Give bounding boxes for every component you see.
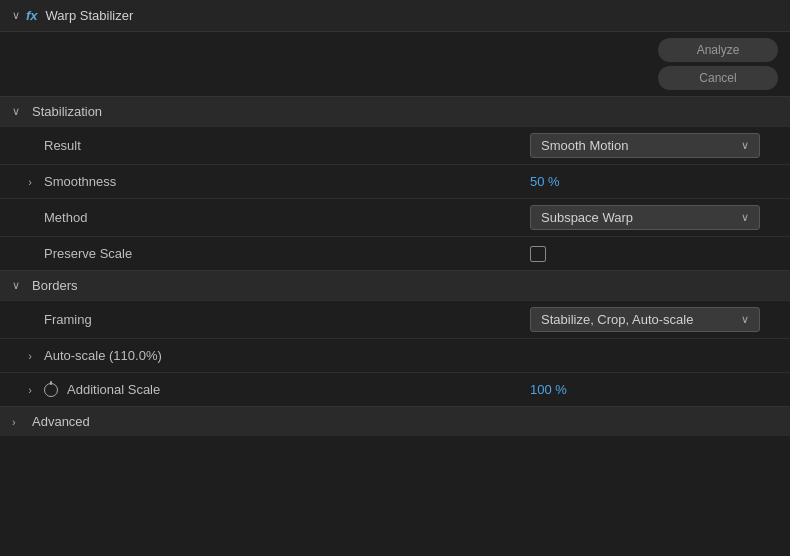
framing-label: Framing xyxy=(40,312,530,327)
borders-section-header[interactable]: ∨ Borders xyxy=(0,270,790,300)
additional-scale-expand-chevron[interactable]: › xyxy=(28,384,32,396)
method-dropdown-arrow: ∨ xyxy=(741,211,749,224)
additional-scale-row: › Additional Scale 100 % xyxy=(0,372,790,406)
autoscale-label: Auto-scale (110.0%) xyxy=(40,348,530,363)
result-dropdown-value: Smooth Motion xyxy=(541,138,628,153)
smoothness-indent[interactable]: › xyxy=(0,176,40,188)
method-dropdown-value: Subspace Warp xyxy=(541,210,633,225)
method-row: Method Subspace Warp ∨ xyxy=(0,198,790,236)
borders-collapse-chevron[interactable]: ∨ xyxy=(12,279,24,292)
preserve-scale-row: Preserve Scale xyxy=(0,236,790,270)
method-value[interactable]: Subspace Warp ∨ xyxy=(530,205,790,230)
framing-row: Framing Stabilize, Crop, Auto-scale ∨ xyxy=(0,300,790,338)
framing-dropdown-arrow: ∨ xyxy=(741,313,749,326)
result-dropdown-arrow: ∨ xyxy=(741,139,749,152)
panel-collapse-chevron[interactable]: ∨ xyxy=(12,9,20,22)
preserve-scale-value[interactable] xyxy=(530,246,790,262)
additional-scale-value[interactable]: 100 % xyxy=(530,382,567,397)
advanced-label: Advanced xyxy=(32,414,90,429)
additional-scale-indent[interactable]: › xyxy=(0,384,40,396)
advanced-expand-chevron[interactable]: › xyxy=(12,416,24,428)
stabilization-collapse-chevron[interactable]: ∨ xyxy=(12,105,24,118)
framing-dropdown[interactable]: Stabilize, Crop, Auto-scale ∨ xyxy=(530,307,760,332)
framing-dropdown-value: Stabilize, Crop, Auto-scale xyxy=(541,312,693,327)
stabilization-section-header[interactable]: ∨ Stabilization xyxy=(0,96,790,126)
autoscale-expand-chevron[interactable]: › xyxy=(28,350,32,362)
additional-scale-label: Additional Scale xyxy=(67,382,160,397)
preserve-scale-label: Preserve Scale xyxy=(40,246,530,261)
result-value[interactable]: Smooth Motion ∨ xyxy=(530,133,790,158)
warp-stabilizer-panel: ∨ fx Warp Stabilizer Analyze Cancel ∨ St… xyxy=(0,0,790,436)
analyze-button[interactable]: Analyze xyxy=(658,38,778,62)
smoothness-value-area: 50 % xyxy=(530,174,790,189)
cancel-button[interactable]: Cancel xyxy=(658,66,778,90)
autoscale-row: › Auto-scale (110.0%) xyxy=(0,338,790,372)
result-dropdown[interactable]: Smooth Motion ∨ xyxy=(530,133,760,158)
panel-header: ∨ fx Warp Stabilizer xyxy=(0,0,790,32)
preserve-scale-checkbox[interactable] xyxy=(530,246,546,262)
advanced-section-header[interactable]: › Advanced xyxy=(0,406,790,436)
result-label: Result xyxy=(40,138,530,153)
fx-label: fx xyxy=(26,8,38,23)
framing-value[interactable]: Stabilize, Crop, Auto-scale ∨ xyxy=(530,307,790,332)
additional-scale-icon xyxy=(44,383,58,397)
additional-scale-label-area: Additional Scale xyxy=(40,382,530,397)
smoothness-label: Smoothness xyxy=(40,174,530,189)
autoscale-indent[interactable]: › xyxy=(0,350,40,362)
additional-scale-value-area: 100 % xyxy=(530,382,790,397)
borders-label: Borders xyxy=(32,278,78,293)
method-label: Method xyxy=(40,210,530,225)
stabilization-label: Stabilization xyxy=(32,104,102,119)
smoothness-value[interactable]: 50 % xyxy=(530,174,560,189)
result-row: Result Smooth Motion ∨ xyxy=(0,126,790,164)
smoothness-expand-chevron[interactable]: › xyxy=(28,176,32,188)
smoothness-row: › Smoothness 50 % xyxy=(0,164,790,198)
buttons-area: Analyze Cancel xyxy=(0,32,790,96)
panel-title: Warp Stabilizer xyxy=(46,8,134,23)
method-dropdown[interactable]: Subspace Warp ∨ xyxy=(530,205,760,230)
